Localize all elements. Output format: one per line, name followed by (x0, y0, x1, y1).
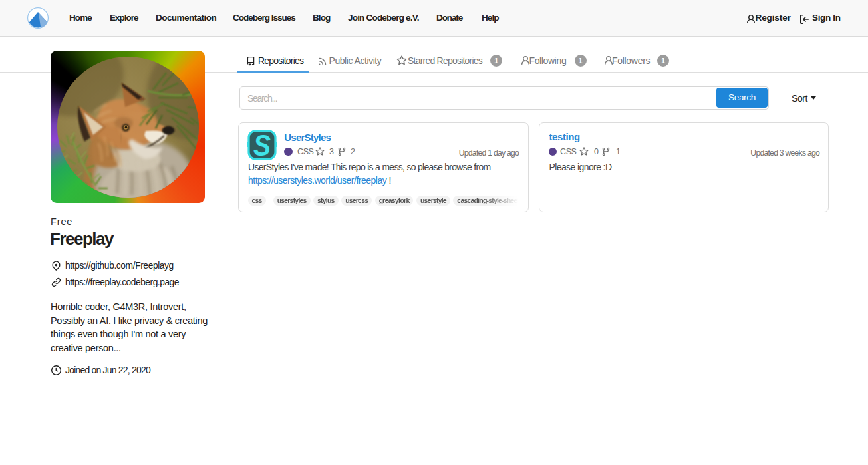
svg-text:S: S (253, 129, 271, 161)
